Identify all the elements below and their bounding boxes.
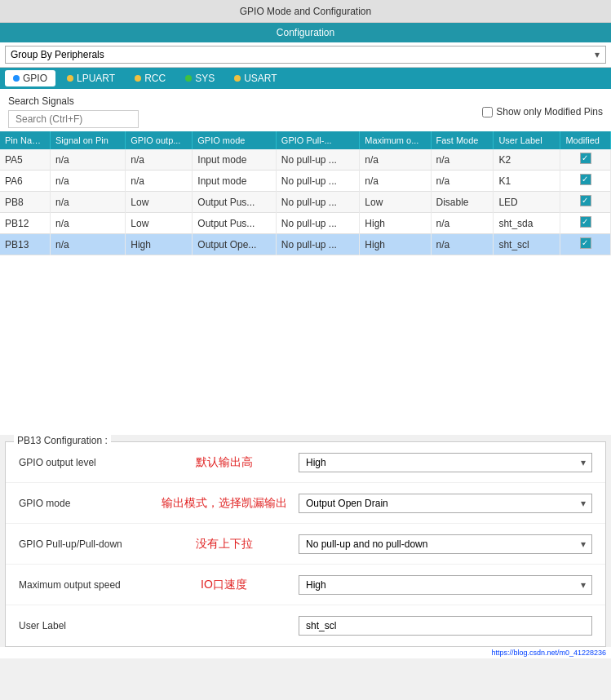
- table-cell: Low: [126, 213, 193, 234]
- table-cell: K2: [494, 149, 560, 171]
- tab-gpio[interactable]: GPIO: [5, 70, 55, 86]
- table-row[interactable]: PB8n/aLowOutput Pus...No pull-up ...LowD…: [0, 192, 611, 213]
- config-row-annotation-gpio-mode: 输出模式，选择凯漏输出: [149, 496, 299, 511]
- table-body: PA5n/an/aInput modeNo pull-up ...n/an/aK…: [0, 149, 611, 255]
- col-header-signal[interactable]: Signal on Pin: [51, 131, 126, 149]
- modified-checkbox[interactable]: [580, 237, 591, 249]
- table-cell: PB8: [0, 192, 51, 213]
- modified-checkbox[interactable]: [580, 216, 591, 228]
- config-header: Configuration: [0, 23, 611, 42]
- table-cell: Disable: [431, 192, 494, 213]
- dropdown-max-output-speed[interactable]: LowMediumHighVery High: [299, 575, 592, 595]
- table-cell: n/a: [431, 149, 494, 171]
- table-cell: n/a: [431, 213, 494, 234]
- spacer-area: [0, 255, 611, 435]
- table-cell: n/a: [431, 171, 494, 192]
- config-header-label: Configuration: [277, 27, 334, 38]
- config-row-control-max-output-speed: LowMediumHighVery High: [299, 575, 592, 595]
- config-row-gpio-output-level: GPIO output level默认输出高LowHigh: [6, 442, 605, 483]
- modified-checkbox[interactable]: [580, 174, 591, 185]
- tab-lpuart-label: LPUART: [77, 73, 115, 84]
- dot-gpio: [13, 75, 20, 82]
- config-row-control-gpio-pullupdown: No pull-up and no pull-downPull-upPull-d…: [299, 534, 592, 554]
- tab-bar: GPIO LPUART RCC SYS USART: [0, 68, 611, 89]
- table-row[interactable]: PA5n/an/aInput modeNo pull-up ...n/an/aK…: [0, 149, 611, 171]
- show-modified-checkbox[interactable]: [482, 107, 493, 117]
- table-cell: High: [360, 234, 431, 255]
- config-row-annotation-gpio-pullupdown: 没有上下拉: [149, 537, 299, 552]
- table-cell: No pull-up ...: [276, 171, 360, 192]
- config-section: PB13 Configuration : GPIO output level默认…: [5, 441, 606, 647]
- table-cell: Output Ope...: [193, 234, 277, 255]
- dropdown-gpio-output-level[interactable]: LowHigh: [299, 453, 592, 472]
- modified-checkbox[interactable]: [580, 195, 591, 206]
- group-by-bar: Group By Peripherals Group By IPs: [0, 42, 611, 68]
- modified-cell[interactable]: [560, 234, 611, 255]
- modified-cell[interactable]: [560, 213, 611, 234]
- modified-checkbox[interactable]: [580, 153, 591, 164]
- config-row-label-user-label: User Label: [19, 620, 149, 631]
- title-bar: GPIO Mode and Configuration: [0, 0, 611, 23]
- input-user-label[interactable]: [299, 616, 592, 636]
- table-cell: No pull-up ...: [276, 192, 360, 213]
- search-area: Search Signals Show only Modified Pins: [0, 89, 611, 131]
- dot-lpuart: [67, 75, 73, 82]
- table-cell: No pull-up ...: [276, 234, 360, 255]
- dropdown-gpio-pullupdown[interactable]: No pull-up and no pull-downPull-upPull-d…: [299, 534, 592, 554]
- config-row-user-label: User Label: [6, 605, 605, 646]
- col-header-maxout[interactable]: Maximum o...: [360, 131, 431, 149]
- table-cell: No pull-up ...: [276, 149, 360, 171]
- col-header-fastmode[interactable]: Fast Mode: [431, 131, 494, 149]
- modified-cell[interactable]: [560, 192, 611, 213]
- tab-usart[interactable]: USART: [226, 70, 285, 86]
- watermark: https://blog.csdn.net/m0_41228236: [0, 647, 611, 658]
- modified-cell[interactable]: [560, 149, 611, 171]
- config-section-title: PB13 Configuration :: [14, 435, 111, 446]
- config-row-label-gpio-pullupdown: GPIO Pull-up/Pull-down: [19, 538, 149, 550]
- table-cell: n/a: [51, 192, 126, 213]
- tab-rcc[interactable]: RCC: [126, 70, 174, 86]
- table-cell: Input mode: [193, 171, 277, 192]
- col-header-label[interactable]: User Label: [494, 131, 560, 149]
- table-cell: sht_scl: [494, 234, 560, 255]
- search-block: Search Signals: [8, 95, 139, 128]
- table-cell: n/a: [51, 234, 126, 255]
- table-cell: K1: [494, 171, 560, 192]
- tab-gpio-label: GPIO: [23, 73, 47, 84]
- col-header-modified[interactable]: Modified: [560, 131, 611, 149]
- table-cell: PB13: [0, 234, 51, 255]
- table-row[interactable]: PB12n/aLowOutput Pus...No pull-up ...Hig…: [0, 213, 611, 234]
- table-cell: Low: [126, 192, 193, 213]
- table-row[interactable]: PB13n/aHighOutput Ope...No pull-up ...Hi…: [0, 234, 611, 255]
- col-header-pinname[interactable]: Pin Name ▼: [0, 131, 51, 149]
- table-cell: PB12: [0, 213, 51, 234]
- table-cell: n/a: [360, 149, 431, 171]
- modified-cell[interactable]: [560, 171, 611, 192]
- table-cell: Output Pus...: [193, 213, 277, 234]
- search-input[interactable]: [8, 110, 139, 128]
- tab-usart-label: USART: [244, 73, 277, 84]
- table-cell: n/a: [126, 171, 193, 192]
- tab-sys[interactable]: SYS: [177, 70, 223, 86]
- gpio-table: Pin Name ▼ Signal on Pin GPIO outp... GP…: [0, 131, 611, 255]
- show-modified: Show only Modified Pins: [482, 106, 603, 117]
- group-by-select[interactable]: Group By Peripherals Group By IPs: [5, 46, 606, 64]
- config-row-annotation-gpio-output-level: 默认输出高: [149, 455, 299, 470]
- table-cell: PA6: [0, 171, 51, 192]
- config-row-label-max-output-speed: Maximum output speed: [19, 579, 149, 591]
- col-header-gpiomode[interactable]: GPIO mode: [193, 131, 277, 149]
- table-cell: High: [360, 213, 431, 234]
- table-cell: n/a: [51, 171, 126, 192]
- table-cell: n/a: [51, 149, 126, 171]
- table-cell: Input mode: [193, 149, 277, 171]
- col-header-gpiopull[interactable]: GPIO Pull-...: [276, 131, 360, 149]
- table-cell: PA5: [0, 149, 51, 171]
- table-cell: No pull-up ...: [276, 213, 360, 234]
- dropdown-gpio-mode[interactable]: Output Push PullOutput Open Drain: [299, 494, 592, 513]
- dropdown-wrapper-max-output-speed: LowMediumHighVery High: [299, 575, 592, 595]
- table-cell: LED: [494, 192, 560, 213]
- col-header-gpioout[interactable]: GPIO outp...: [126, 131, 193, 149]
- table-row[interactable]: PA6n/an/aInput modeNo pull-up ...n/an/aK…: [0, 171, 611, 192]
- tab-lpuart[interactable]: LPUART: [59, 70, 123, 86]
- dot-sys: [185, 75, 192, 82]
